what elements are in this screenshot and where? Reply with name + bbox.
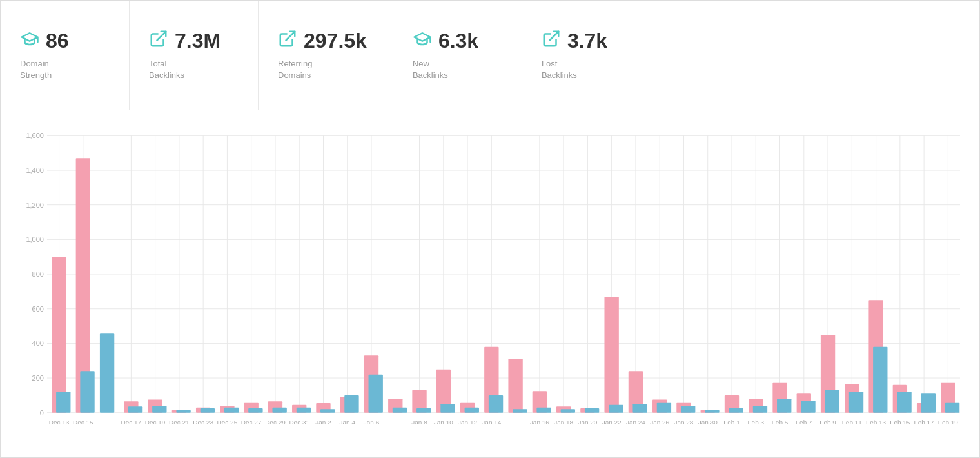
svg-rect-101 — [604, 297, 618, 413]
svg-text:Dec 25: Dec 25 — [217, 419, 238, 426]
svg-text:Jan 28: Jan 28 — [674, 419, 693, 426]
svg-text:Dec 27: Dec 27 — [241, 419, 262, 426]
graduation-icon — [20, 29, 39, 53]
svg-text:Feb 1: Feb 1 — [723, 419, 740, 426]
svg-text:Feb 17: Feb 17 — [914, 419, 934, 426]
stat-label-new-backlinks: NewBacklinks — [413, 58, 448, 81]
stat-value-referring-domains: 297.5k — [304, 29, 367, 53]
chart-area: 1,6001,4001,2001,0008006004002000Dec 13D… — [1, 110, 979, 457]
svg-text:Jan 2: Jan 2 — [315, 419, 331, 426]
svg-rect-78 — [320, 409, 335, 412]
stat-header-lost-backlinks: 3.7k — [542, 29, 607, 53]
svg-text:800: 800 — [32, 270, 44, 278]
stat-label-domain-strength: DomainStrength — [20, 58, 52, 81]
stat-label-referring-domains: ReferringDomains — [278, 58, 312, 81]
svg-text:Dec 23: Dec 23 — [193, 419, 213, 426]
svg-rect-56 — [52, 257, 66, 413]
svg-text:Jan 16: Jan 16 — [530, 419, 549, 426]
svg-rect-112 — [729, 408, 743, 413]
stat-label-total-backlinks: TotalBacklinks — [149, 58, 184, 81]
stat-value-total-backlinks: 7.3M — [175, 29, 220, 53]
svg-line-2 — [549, 32, 558, 41]
svg-rect-108 — [681, 406, 695, 413]
svg-text:Feb 11: Feb 11 — [842, 419, 862, 426]
svg-text:0: 0 — [40, 409, 44, 417]
stat-domain-strength: 86 DomainStrength — [1, 1, 130, 110]
svg-rect-76 — [297, 408, 311, 413]
svg-rect-57 — [56, 392, 70, 413]
svg-rect-94 — [513, 409, 527, 412]
dashboard-container: 86 DomainStrength 7.3M TotalBacklinks 29… — [0, 0, 980, 458]
svg-text:Feb 7: Feb 7 — [796, 419, 812, 426]
svg-rect-114 — [753, 406, 767, 413]
svg-text:Feb 13: Feb 13 — [866, 419, 886, 426]
svg-rect-82 — [369, 375, 383, 413]
stat-value-lost-backlinks: 3.7k — [567, 29, 607, 53]
svg-rect-124 — [873, 347, 887, 413]
svg-rect-110 — [705, 410, 719, 413]
svg-text:1,200: 1,200 — [26, 201, 43, 209]
stat-header-new-backlinks: 6.3k — [413, 29, 478, 53]
svg-text:Jan 6: Jan 6 — [364, 419, 380, 426]
svg-text:Jan 22: Jan 22 — [602, 419, 622, 426]
stats-row: 86 DomainStrength 7.3M TotalBacklinks 29… — [1, 1, 979, 110]
svg-rect-59 — [80, 371, 94, 412]
stat-header-referring-domains: 297.5k — [278, 29, 367, 53]
link-icon — [542, 29, 561, 53]
svg-text:Feb 15: Feb 15 — [890, 419, 910, 426]
svg-rect-93 — [508, 359, 522, 413]
svg-rect-90 — [465, 408, 479, 413]
svg-text:Dec 17: Dec 17 — [121, 419, 142, 426]
stat-header-total-backlinks: 7.3M — [149, 29, 220, 53]
svg-rect-120 — [825, 390, 839, 413]
svg-rect-72 — [248, 408, 262, 413]
svg-text:Dec 15: Dec 15 — [73, 419, 93, 426]
svg-text:600: 600 — [32, 305, 44, 313]
svg-text:400: 400 — [32, 339, 44, 347]
svg-rect-64 — [152, 406, 166, 413]
svg-line-1 — [286, 32, 295, 41]
stat-referring-domains: 297.5k ReferringDomains — [259, 1, 393, 110]
svg-rect-86 — [416, 408, 431, 413]
svg-text:Dec 19: Dec 19 — [145, 419, 166, 426]
svg-text:Jan 8: Jan 8 — [411, 419, 427, 426]
svg-rect-98 — [561, 409, 575, 412]
svg-text:Jan 4: Jan 4 — [340, 419, 356, 426]
svg-rect-84 — [393, 408, 407, 413]
svg-text:Dec 29: Dec 29 — [265, 419, 286, 426]
svg-rect-118 — [801, 401, 815, 413]
svg-text:1,400: 1,400 — [26, 166, 43, 174]
stat-value-new-backlinks: 6.3k — [438, 29, 478, 53]
svg-text:Jan 24: Jan 24 — [626, 419, 645, 426]
svg-rect-88 — [440, 404, 455, 412]
svg-text:Jan 30: Jan 30 — [698, 419, 718, 426]
svg-rect-60 — [100, 333, 114, 412]
svg-rect-80 — [344, 395, 358, 413]
svg-text:Jan 18: Jan 18 — [554, 419, 573, 426]
svg-text:Dec 31: Dec 31 — [289, 419, 309, 426]
stat-lost-backlinks: 3.7k LostBacklinks — [522, 1, 651, 110]
svg-rect-130 — [945, 403, 959, 413]
svg-rect-96 — [536, 408, 551, 413]
svg-rect-68 — [201, 408, 215, 413]
link-icon — [278, 29, 297, 53]
svg-text:1,600: 1,600 — [26, 132, 43, 139]
svg-rect-92 — [489, 395, 503, 413]
svg-rect-126 — [897, 392, 911, 413]
svg-text:Feb 19: Feb 19 — [938, 419, 958, 426]
stat-label-lost-backlinks: LostBacklinks — [542, 58, 577, 81]
svg-text:Jan 12: Jan 12 — [458, 419, 477, 426]
svg-rect-106 — [657, 403, 671, 413]
svg-rect-74 — [272, 408, 286, 413]
svg-line-0 — [157, 32, 166, 41]
svg-text:Jan 20: Jan 20 — [578, 419, 597, 426]
svg-text:Jan 26: Jan 26 — [650, 419, 669, 426]
svg-rect-100 — [585, 408, 599, 413]
svg-rect-62 — [128, 406, 142, 412]
svg-text:1,000: 1,000 — [26, 235, 43, 243]
svg-rect-128 — [921, 393, 936, 413]
stat-header-domain-strength: 86 — [20, 29, 69, 53]
stat-total-backlinks: 7.3M TotalBacklinks — [130, 1, 259, 110]
backlinks-chart: 1,6001,4001,2001,0008006004002000Dec 13D… — [14, 123, 966, 451]
svg-rect-66 — [176, 410, 190, 413]
